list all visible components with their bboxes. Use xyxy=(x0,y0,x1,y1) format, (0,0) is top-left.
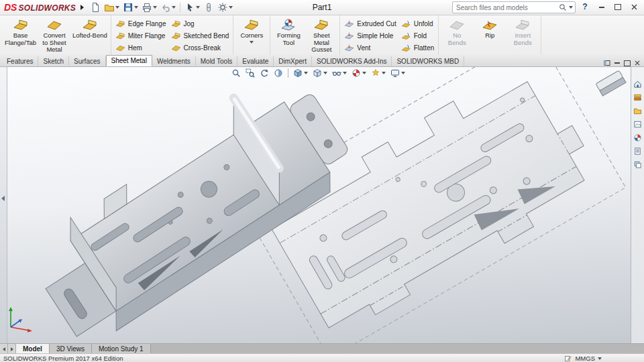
tab-solidworks-mbd[interactable]: SOLIDWORKS MBD xyxy=(392,56,464,66)
screen-button[interactable] xyxy=(390,68,405,78)
tab-sheet-metal[interactable]: Sheet Metal xyxy=(106,55,152,66)
tab-evaluate[interactable]: Evaluate xyxy=(237,56,274,66)
select-tool-button[interactable] xyxy=(183,1,201,13)
dock-pane-icon[interactable] xyxy=(604,60,610,66)
button-label: Corners xyxy=(240,32,263,40)
edge-flange-button[interactable]: Edge Flange xyxy=(113,17,168,29)
edition-text: SOLIDWORKS Premium 2017 x64 Edition xyxy=(3,355,123,362)
ribbon-group-forming: Forming Tool Sheet Metal Gusset xyxy=(270,15,340,56)
tab-motion-study-1[interactable]: Motion Study 1 xyxy=(92,344,151,354)
appearances-scenes-icon[interactable] xyxy=(633,133,642,142)
menu-expand-arrow-icon[interactable] xyxy=(80,5,84,10)
chevron-down-icon xyxy=(343,72,347,74)
vent-icon xyxy=(344,44,354,52)
previous-view-button[interactable] xyxy=(260,68,269,78)
panel-collapse-arrow-icon[interactable] xyxy=(1,196,5,201)
doc-restore-icon[interactable] xyxy=(624,60,631,66)
open-folder-icon xyxy=(104,2,115,13)
unfold-button[interactable]: Unfold xyxy=(399,17,437,29)
search-icon[interactable] xyxy=(559,3,567,11)
convert-to-sheet-metal-button[interactable]: Convert to Sheet Metal xyxy=(38,16,70,54)
folded-part[interactable] xyxy=(14,66,362,343)
base-flange-tab-button[interactable]: Base Flange/Tab xyxy=(3,16,38,54)
rip-button[interactable]: Rip xyxy=(474,16,506,54)
zoom-to-fit-button[interactable] xyxy=(231,68,241,78)
tab-weldments[interactable]: Weldments xyxy=(152,56,196,66)
hem-button[interactable]: Hem xyxy=(113,42,168,54)
minimize-button[interactable] xyxy=(594,1,609,13)
jog-button[interactable]: Jog xyxy=(169,17,231,29)
custom-properties-icon[interactable] xyxy=(633,147,642,156)
extruded-cut-button[interactable]: Extruded Cut xyxy=(342,17,398,29)
corners-icon xyxy=(244,18,260,32)
button-label: Bends xyxy=(514,40,532,47)
doc-close-icon[interactable] xyxy=(635,60,640,66)
small-clip-part[interactable] xyxy=(596,70,626,96)
units-selector[interactable]: MMGS xyxy=(575,355,641,362)
search-box[interactable] xyxy=(452,1,576,13)
print-button[interactable] xyxy=(140,1,158,13)
restore-button[interactable] xyxy=(610,1,625,13)
sheet-metal-gusset-button[interactable]: Sheet Metal Gusset xyxy=(305,16,337,54)
button-label: Cross-Break xyxy=(184,44,221,52)
hide-show-items-button[interactable] xyxy=(332,68,347,78)
ribbon-group-flanges: Edge Flange Miter Flange Hem Jog Sketche… xyxy=(111,15,234,56)
tab-3d-views[interactable]: 3D Views xyxy=(50,344,92,354)
options-button[interactable] xyxy=(216,1,234,13)
vent-button[interactable]: Vent xyxy=(342,42,398,54)
new-document-button[interactable] xyxy=(89,1,102,13)
view-settings-button[interactable] xyxy=(371,68,386,78)
save-button[interactable] xyxy=(121,1,140,13)
graphics-viewport[interactable] xyxy=(0,66,644,343)
search-scope-chevron-icon[interactable] xyxy=(569,6,573,9)
search-input[interactable] xyxy=(455,3,557,12)
file-explorer-icon[interactable] xyxy=(633,107,642,115)
tab-scroll-right-button[interactable] xyxy=(8,344,16,354)
help-button[interactable]: ? xyxy=(580,2,590,13)
insert-bends-icon xyxy=(515,18,531,32)
edit-sketch-icon[interactable] xyxy=(564,355,572,362)
close-button[interactable] xyxy=(627,1,641,13)
home-icon[interactable] xyxy=(633,80,642,88)
design-library-icon[interactable] xyxy=(633,93,642,102)
chevron-down-icon xyxy=(115,6,119,9)
tab-scroll-left-button[interactable] xyxy=(0,344,8,354)
undo-arrow-icon xyxy=(160,2,171,13)
edit-appearance-button[interactable] xyxy=(352,68,366,78)
view-settings-star-icon xyxy=(371,68,380,78)
mouse-gesture-button[interactable] xyxy=(202,1,215,13)
display-style-button[interactable] xyxy=(313,68,327,78)
viewport-3d-scene[interactable] xyxy=(7,66,631,343)
solidworks-resources-icon[interactable] xyxy=(633,160,642,169)
solidworks-wordmark: SOLIDWORKS xyxy=(18,3,76,13)
tab-features[interactable]: Features xyxy=(2,56,38,66)
tab-dimxpert[interactable]: DimXpert xyxy=(274,56,312,66)
tab-solidworks-add-ins[interactable]: SOLIDWORKS Add-Ins xyxy=(312,56,392,66)
orientation-triad xyxy=(4,302,35,333)
flatten-button[interactable]: Flatten xyxy=(399,42,437,54)
tab-sketch[interactable]: Sketch xyxy=(38,56,69,66)
lofted-bend-button[interactable]: Lofted-Bend xyxy=(71,16,109,54)
chevron-down-icon xyxy=(323,72,327,74)
simple-hole-button[interactable]: Simple Hole xyxy=(342,29,398,42)
miter-flange-button[interactable]: Miter Flange xyxy=(113,29,168,42)
sketched-bend-button[interactable]: Sketched Bend xyxy=(169,29,231,42)
zoom-to-fit-icon xyxy=(231,68,241,78)
fold-button[interactable]: Fold xyxy=(399,29,437,42)
corners-button[interactable]: Corners xyxy=(235,16,268,54)
cross-break-button[interactable]: Cross-Break xyxy=(169,42,231,54)
view-orientation-button[interactable] xyxy=(293,68,308,78)
tab-mold-tools[interactable]: Mold Tools xyxy=(196,56,238,66)
zoom-to-area-button[interactable] xyxy=(246,68,255,78)
button-label: Insert xyxy=(515,32,531,40)
view-palette-icon[interactable] xyxy=(633,120,642,129)
chevron-down-icon xyxy=(196,6,200,9)
tab-model[interactable]: Model xyxy=(16,344,50,354)
tab-surfaces[interactable]: Surfaces xyxy=(69,56,105,66)
button-label: Simple Hole xyxy=(357,32,393,40)
forming-tool-button[interactable]: Forming Tool xyxy=(272,16,305,54)
doc-minimize-icon[interactable] xyxy=(614,62,620,64)
button-label: Extruded Cut xyxy=(357,20,396,27)
section-view-button[interactable] xyxy=(274,68,283,78)
open-document-button[interactable] xyxy=(103,1,121,13)
